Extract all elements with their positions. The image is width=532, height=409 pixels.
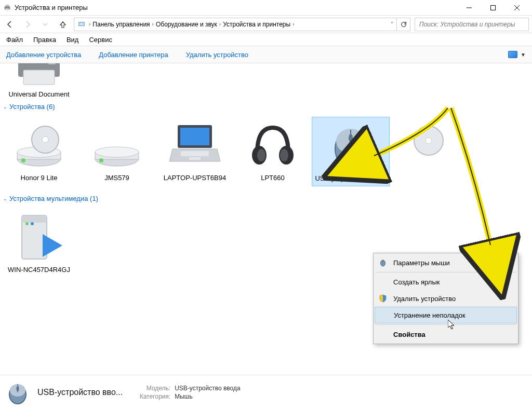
device-item[interactable]: WIN-NC457D4R4GJ	[0, 209, 78, 277]
group-devices[interactable]: ⌄ Устройства (6)	[0, 99, 532, 113]
back-button[interactable]	[3, 18, 17, 31]
ctx-label: Устранение неполадок	[394, 311, 466, 319]
device-label: Honor 9 Lite	[21, 174, 58, 182]
forward-button[interactable]	[21, 18, 34, 31]
svg-point-40	[31, 222, 34, 225]
add-printer-button[interactable]: Добавление принтера	[99, 51, 168, 59]
crumb-item[interactable]: Устройства и принтеры	[223, 21, 290, 28]
context-menu: Параметры мыши Создать ярлык Удалить уст…	[373, 253, 518, 344]
crumb-item[interactable]: Панель управления	[92, 21, 150, 28]
mouse-small-icon	[379, 258, 387, 267]
svg-point-36	[425, 138, 432, 144]
details-category-label: Категория:	[130, 393, 170, 400]
device-item[interactable]: Universal Document Converter	[0, 63, 78, 97]
ctx-create-shortcut[interactable]: Создать ярлык	[375, 274, 517, 290]
ctx-separator	[375, 324, 516, 325]
mouse-device-icon	[322, 120, 379, 172]
disc-device-icon	[400, 120, 457, 172]
ctx-label: Свойства	[393, 331, 425, 338]
add-device-button[interactable]: Добавление устройства	[6, 51, 81, 59]
svg-rect-11	[23, 70, 55, 85]
maximize-button[interactable]	[481, 0, 505, 16]
group-media[interactable]: ⌄ Устройства мультимедиа (1)	[0, 190, 532, 204]
svg-point-39	[25, 222, 29, 225]
device-item[interactable]: LAPTOP-UPST6B94	[156, 117, 234, 186]
device-label: Universal Document Converter	[3, 90, 75, 99]
svg-point-29	[257, 149, 265, 161]
device-label: USB-устройство ввода	[315, 174, 386, 183]
crumb-item[interactable]: Оборудование и звук	[156, 21, 217, 28]
breadcrumb[interactable]: › Панель управления › Оборудование и зву…	[74, 18, 410, 31]
device-label: WIN-NC457D4R4GJ	[8, 266, 70, 274]
svg-point-21	[95, 147, 139, 157]
expand-caret-icon: ⌄	[3, 196, 7, 201]
group-media-label: Устройства мультимедиа (1)	[9, 195, 98, 202]
svg-point-17	[42, 137, 48, 143]
details-model-value: USB-устройство ввода	[175, 385, 241, 392]
headphones-device-icon	[244, 120, 301, 172]
ctx-label: Параметры мыши	[393, 259, 450, 267]
device-label: JMS579	[104, 174, 129, 182]
svg-point-30	[280, 149, 288, 161]
svg-point-34	[349, 134, 353, 142]
details-category-value: Мышь	[175, 393, 193, 400]
mouse-large-icon	[5, 380, 30, 405]
device-item-selected[interactable]: USB-устройство ввода	[312, 117, 390, 186]
printer-device-icon	[10, 63, 68, 88]
ctx-remove-device[interactable]: Удалить устройство	[375, 290, 517, 307]
refresh-button[interactable]	[396, 18, 410, 31]
printer-icon	[3, 4, 11, 12]
details-model-label: Модель:	[130, 385, 170, 392]
ctx-label: Создать ярлык	[393, 278, 440, 286]
svg-point-46	[17, 386, 19, 391]
view-icon[interactable]	[508, 51, 517, 58]
shield-icon	[379, 294, 387, 303]
disc-device-icon	[10, 120, 68, 172]
menu-service[interactable]: Сервис	[84, 34, 117, 46]
group-devices-label: Устройства (6)	[9, 103, 55, 111]
device-label: LAPTOP-UPST6B94	[164, 174, 226, 182]
device-item[interactable]: LPT660	[234, 117, 312, 186]
media-server-icon	[10, 212, 68, 264]
ctx-troubleshoot[interactable]: Устранение неполадок	[375, 307, 517, 323]
details-title: USB-устройство вво...	[37, 388, 123, 397]
ctx-mouse-params[interactable]: Параметры мыши	[375, 254, 517, 271]
svg-rect-2	[6, 8, 9, 10]
svg-rect-8	[79, 22, 84, 25]
control-panel-icon	[77, 20, 86, 29]
svg-rect-1	[6, 5, 9, 6]
expand-caret-icon: ⌄	[3, 104, 7, 110]
search-input[interactable]	[415, 18, 529, 31]
search-field[interactable]	[418, 20, 525, 29]
menu-view[interactable]: Вид	[61, 34, 84, 46]
device-label: LPT660	[261, 174, 285, 182]
device-item[interactable]	[390, 117, 468, 186]
device-item[interactable]: Honor 9 Lite	[0, 117, 78, 186]
ctx-properties[interactable]: Свойства	[375, 326, 517, 343]
minimize-button[interactable]	[457, 0, 481, 16]
ctx-label: Удалить устройство	[393, 295, 456, 303]
menu-edit[interactable]: Правка	[28, 34, 61, 46]
cursor-icon	[448, 320, 456, 330]
svg-rect-26	[189, 157, 201, 160]
laptop-device-icon	[166, 120, 223, 172]
chevron-right-icon: ›	[152, 21, 154, 27]
svg-point-22	[99, 158, 103, 162]
window-title: Устройства и принтеры	[15, 4, 88, 11]
details-pane: USB-устройство вво... Модель: USB-устрой…	[0, 375, 532, 409]
svg-rect-25	[181, 151, 209, 156]
chevron-right-icon: ›	[219, 21, 221, 27]
remove-device-button[interactable]: Удалить устройство	[186, 51, 248, 59]
svg-rect-38	[22, 215, 47, 223]
svg-rect-4	[491, 5, 496, 10]
menu-file[interactable]: Файл	[1, 34, 28, 46]
up-button[interactable]	[56, 18, 70, 31]
breadcrumb-dropdown[interactable]: ˅	[387, 21, 396, 27]
view-dropdown[interactable]: ▼	[521, 52, 526, 58]
ctx-separator	[375, 272, 516, 272]
device-item[interactable]: JMS579	[78, 117, 156, 186]
close-button[interactable]	[505, 0, 529, 16]
chevron-right-icon: ›	[292, 21, 294, 27]
recent-dropdown[interactable]	[38, 18, 52, 31]
svg-point-18	[21, 158, 25, 162]
